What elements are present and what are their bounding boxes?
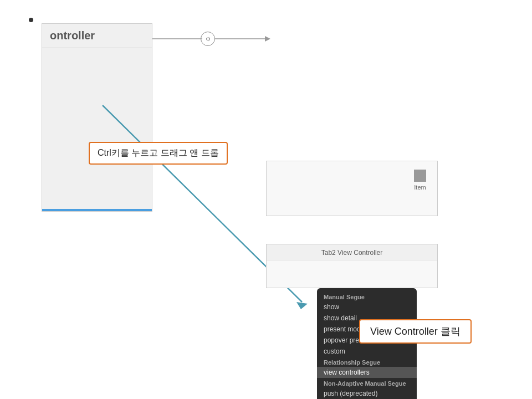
ctrl-tooltip: Ctrl키를 누르고 드래그 앤 드롭	[89, 142, 228, 165]
bullet-point	[29, 18, 33, 22]
item-square-icon	[414, 170, 426, 182]
left-panel-footer-bar	[42, 209, 152, 211]
item-label: Item	[414, 184, 426, 191]
tab2-view-controller-panel: Tab2 View Controller	[266, 244, 438, 288]
left-view-controller-panel: ontroller	[42, 23, 152, 212]
menu-item-view-controllers[interactable]: view controllers	[317, 367, 417, 378]
relationship-segue-label: Relationship Segue	[317, 357, 417, 367]
svg-marker-4	[296, 302, 308, 309]
right-panel-top: Item	[266, 161, 438, 216]
non-adaptive-label: Non-Adaptive Manual Segue	[317, 378, 417, 388]
vc-tooltip: View Controller 클릭	[359, 319, 472, 344]
vc-tooltip-text: View Controller 클릭	[370, 326, 461, 337]
menu-item-push[interactable]: push (deprecated)	[317, 388, 417, 399]
tab2-header: Tab2 View Controller	[267, 244, 437, 260]
svg-marker-2	[265, 36, 270, 42]
item-box: Item	[414, 170, 426, 191]
left-panel-title: ontroller	[42, 24, 152, 48]
context-menu[interactable]: Manual Segue show show detail present mo…	[317, 288, 417, 399]
segue-icon: ⚙	[206, 36, 211, 42]
menu-item-custom[interactable]: custom	[317, 346, 417, 357]
manual-segue-label: Manual Segue	[317, 291, 417, 301]
ctrl-tooltip-text: Ctrl키를 누르고 드래그 앤 드롭	[98, 148, 219, 157]
segue-circle: ⚙	[201, 32, 215, 46]
menu-item-show[interactable]: show	[317, 301, 417, 313]
